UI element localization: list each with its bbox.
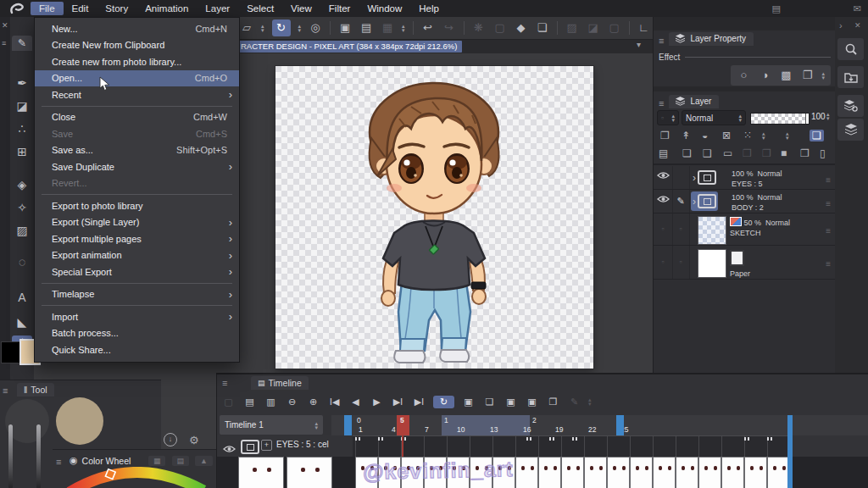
tone-icon[interactable]: ◒ <box>702 130 708 141</box>
layer-row-paper[interactable]: ▫ ▫ Paper ≡ <box>654 246 836 280</box>
visibility-eye-icon[interactable] <box>657 171 670 181</box>
scale-rotate-icon[interactable]: ▨ <box>565 19 579 36</box>
paper-thumbnail[interactable] <box>698 249 726 278</box>
pen-tool-icon[interactable]: ✒ <box>10 76 34 90</box>
save-icon[interactable]: ▦ <box>381 19 394 36</box>
zoom-out-icon[interactable]: ⊖ <box>285 396 299 408</box>
menu-file[interactable]: File <box>31 2 64 15</box>
clip-to-layer-icon[interactable]: ❐ <box>660 130 670 141</box>
border-effect-icon[interactable]: ○ <box>737 67 750 84</box>
new-timeline-icon[interactable]: ▥ <box>264 396 278 408</box>
timelapse-record-icon[interactable]: ↓ <box>164 433 177 446</box>
color-slider-tab-icon[interactable]: ▦ <box>148 456 166 466</box>
menu-layer[interactable]: Layer <box>197 2 238 15</box>
visibility-eye-icon[interactable] <box>657 195 670 205</box>
enable-keyframe-icon[interactable]: ↟ <box>682 130 690 141</box>
layers-icon[interactable] <box>837 119 864 141</box>
menu-item-export-animation[interactable]: Export animation› <box>35 247 239 264</box>
trash-icon[interactable]: ▯ <box>820 147 826 159</box>
menu-item-timelapse[interactable]: Timelapse› <box>35 286 239 303</box>
skip-end-icon[interactable]: ▶Ⅰ <box>412 396 426 408</box>
track-label[interactable]: EYES : 5 : cel <box>276 440 329 449</box>
cel-thumbnail[interactable] <box>721 457 744 488</box>
playhead[interactable]: 5 <box>397 415 409 435</box>
play-icon[interactable]: ▶ <box>370 396 384 408</box>
main-color-swatch[interactable] <box>1 341 20 363</box>
stepper-icon[interactable]: ▴▾ <box>588 397 592 406</box>
opacity-stepper[interactable]: ▴▾ <box>826 112 830 120</box>
perspective-icon[interactable]: ∟ <box>637 19 651 36</box>
cel-thumbnail[interactable] <box>561 457 584 488</box>
layer-row-body[interactable]: ✎ › 100 % Normal BODY : 2 ≡ <box>654 190 836 214</box>
cel-thumbnail[interactable] <box>630 457 653 488</box>
redo-icon[interactable]: ↪ <box>442 19 456 36</box>
menu-filter[interactable]: Filter <box>320 2 359 15</box>
menu-item-export-to-photo-library[interactable]: Export to photo library <box>35 197 239 214</box>
hue-ring[interactable] <box>59 467 210 488</box>
brush-preset-tan[interactable] <box>56 397 103 445</box>
active-tool-tab-pencil-icon[interactable]: ✎ <box>12 36 32 51</box>
panel-menu-icon[interactable]: ≡ <box>3 385 8 396</box>
cel-thumbnail[interactable] <box>767 457 790 488</box>
cel-thumbnail[interactable] <box>607 457 630 488</box>
navigator-icon[interactable] <box>837 66 864 88</box>
layer-handle-icon[interactable]: ≡ <box>826 199 831 208</box>
cel-thumbnail[interactable] <box>238 457 284 488</box>
tab-list-chevron-icon[interactable]: ▾ <box>637 40 641 49</box>
cel-thumbnail[interactable] <box>744 457 767 488</box>
color-set-tab-icon[interactable]: ▤ <box>172 456 190 466</box>
color-wheel-menu-icon[interactable]: ≡ <box>56 457 61 467</box>
cel-thumbnail[interactable] <box>538 457 561 488</box>
blend-tool-icon[interactable]: ◈ <box>10 178 34 191</box>
cel-thumbnail[interactable] <box>515 457 538 488</box>
gradient-tool-icon[interactable]: ▨ <box>10 224 34 237</box>
menu-item-quick-share[interactable]: Quick Share... <box>35 341 239 358</box>
add-cel-icon[interactable]: + <box>261 440 272 451</box>
blend-mode-dropdown[interactable]: Normal ▴▾ <box>682 110 746 125</box>
mask-icon[interactable]: ■ <box>781 147 787 159</box>
menu-story[interactable]: Story <box>97 2 136 15</box>
menu-item-new[interactable]: New...Cmd+N <box>35 20 239 37</box>
layer-thumbnail[interactable]: › <box>691 168 718 187</box>
menu-view[interactable]: View <box>282 2 320 15</box>
menu-item-export-single-layer[interactable]: Export (Single Layer)› <box>35 214 239 231</box>
layer-thumbnail-selected[interactable]: › <box>691 191 718 211</box>
visibility-checkbox[interactable]: ▫ <box>661 258 664 266</box>
stepper-icon[interactable]: ▴▾ <box>298 24 302 32</box>
timeline-selector[interactable]: Timeline 1 ▴▾ <box>220 415 323 435</box>
layer-row-sketch[interactable]: ▫ ▫ 50 % Normal SKETCH ≡ <box>654 214 836 246</box>
menu-item-save-duplicate[interactable]: Save Duplicate› <box>35 158 239 175</box>
lock-transparent-icon[interactable]: ⁙ <box>743 130 752 141</box>
pencil-frame-icon[interactable]: ▱ <box>240 19 253 36</box>
loop-icon[interactable]: ↻ <box>433 396 454 408</box>
wrench-icon[interactable]: ⚙ <box>189 434 199 446</box>
layer-handle-icon[interactable]: ≡ <box>826 259 831 269</box>
zoom-in-icon[interactable]: ⊕ <box>306 396 320 408</box>
close-panel-icon[interactable]: ✕ <box>2 21 8 30</box>
expand-arrow-icon[interactable]: › <box>693 172 696 184</box>
open-file-icon[interactable]: ▤ <box>359 19 373 36</box>
color-history-tab-icon[interactable]: ▲ <box>195 456 213 466</box>
rotate-canvas-icon[interactable]: ↻ <box>272 19 291 36</box>
tone-effect-icon[interactable]: ◑ <box>758 67 771 84</box>
new-cel-folder-icon[interactable]: ❏ <box>482 396 497 408</box>
deselect-icon[interactable]: ❋ <box>472 19 486 36</box>
correction-tool-icon[interactable]: ✧ <box>10 201 34 214</box>
layer-panel-tab[interactable]: Layer <box>669 95 719 108</box>
layer-handle-icon[interactable]: ≡ <box>826 175 831 185</box>
clip-start-marker[interactable] <box>344 415 352 435</box>
apply-mask-icon[interactable]: ❐ <box>800 147 810 159</box>
cel-track-band[interactable] <box>353 435 789 458</box>
merge-down-icon[interactable]: ❐ <box>743 147 752 159</box>
new-canvas-icon[interactable]: ▣ <box>338 19 352 36</box>
onion-skin-icon[interactable]: ❐ <box>546 396 560 408</box>
selection-border-icon[interactable]: ❏ <box>536 19 549 36</box>
menu-item-open[interactable]: Open...Cmd+O <box>35 70 239 87</box>
track-visibility-eye-icon[interactable] <box>223 445 236 455</box>
message-icon[interactable]: ✉ <box>854 3 861 14</box>
timeline-menu-icon[interactable]: ≡ <box>222 378 227 388</box>
menu-edit[interactable]: Edit <box>64 2 97 15</box>
draft-layer-icon[interactable]: ▫ <box>786 130 789 141</box>
new-cel-icon[interactable]: ▣ <box>461 396 476 408</box>
cel-thumbnail[interactable] <box>676 457 698 488</box>
